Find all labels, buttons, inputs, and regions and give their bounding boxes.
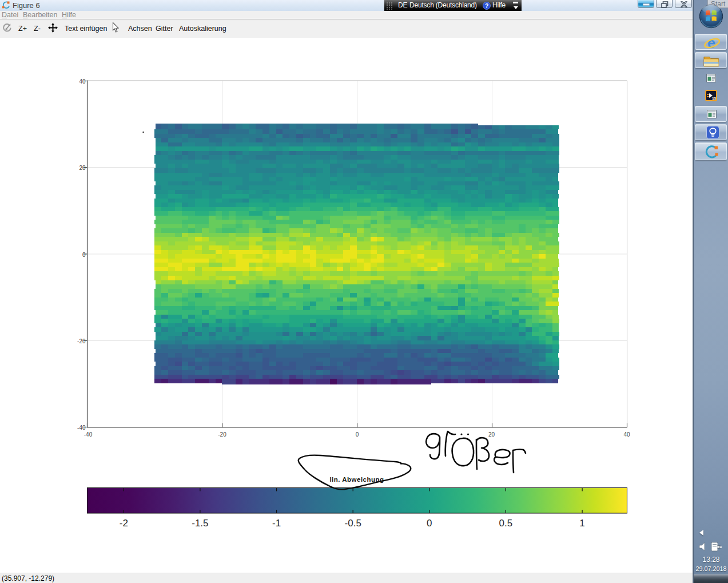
svg-text:0: 0 — [356, 431, 359, 438]
svg-text:1: 1 — [579, 518, 584, 529]
svg-text:-1.5: -1.5 — [192, 518, 208, 529]
svg-text:lin. Abweichung: lin. Abweichung — [329, 476, 384, 483]
svg-text:-1: -1 — [272, 518, 281, 529]
svg-text:40: 40 — [79, 78, 86, 85]
svg-text:15: 15 — [712, 97, 717, 101]
svg-text:-20: -20 — [77, 338, 86, 344]
svg-text:-40: -40 — [84, 431, 93, 438]
svg-text:0: 0 — [82, 252, 86, 258]
svg-text:-40: -40 — [77, 425, 86, 431]
svg-text:20: 20 — [488, 431, 495, 438]
svg-text:0: 0 — [427, 518, 432, 529]
svg-text:0.5: 0.5 — [499, 518, 513, 529]
svg-text:-20: -20 — [218, 431, 226, 438]
svg-text:?: ? — [485, 2, 488, 9]
svg-text:40: 40 — [623, 431, 630, 438]
svg-text:-2: -2 — [120, 518, 128, 529]
svg-text:-0.5: -0.5 — [345, 518, 361, 529]
svg-text:20: 20 — [79, 165, 86, 171]
